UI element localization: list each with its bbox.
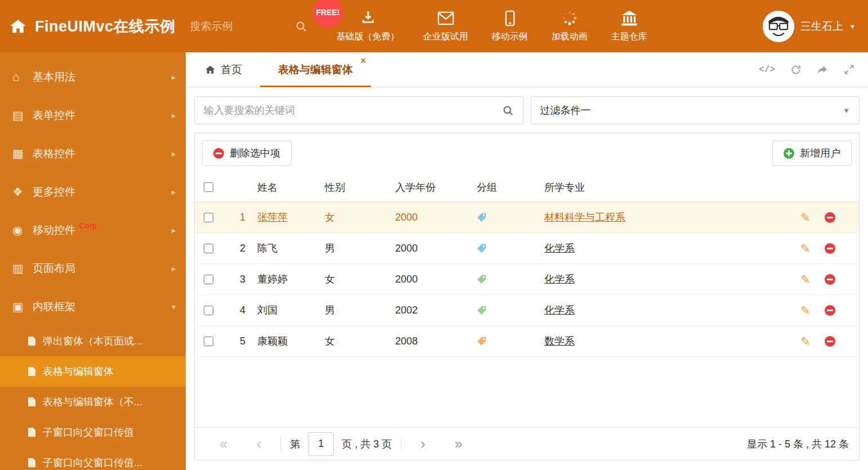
delete-icon[interactable] [825, 274, 835, 285]
chevron-right-icon: ▸ [172, 264, 176, 273]
column-header-major[interactable]: 所学专业 [533, 181, 797, 194]
tab-grid-edit-window[interactable]: 表格与编辑窗体 × [260, 52, 371, 87]
edit-icon[interactable]: ✎ [800, 305, 811, 316]
tab-home[interactable]: 首页 [195, 52, 252, 87]
table-row[interactable]: 5 康颖颖 女 2008 数学系 ✎ [195, 326, 859, 357]
header-search[interactable] [190, 20, 307, 33]
prev-page-button[interactable]: ‹ [257, 437, 261, 451]
name-link[interactable]: 康颖颖 [257, 335, 288, 347]
first-page-button[interactable]: « [220, 437, 227, 451]
major-link[interactable]: 化学系 [544, 305, 575, 316]
nav-basic-free[interactable]: FREE! 基础版（免费） [337, 10, 400, 43]
delete-icon[interactable] [825, 305, 835, 316]
major-link[interactable]: 化学系 [544, 243, 575, 254]
nav-theme-repo[interactable]: 主题仓库 [611, 10, 647, 43]
table-row[interactable]: 3 董婷婷 女 2000 化学系 ✎ [195, 264, 859, 295]
close-icon[interactable]: × [361, 56, 366, 65]
column-header-gender[interactable]: 性别 [313, 181, 383, 194]
row-checkbox[interactable] [204, 275, 213, 284]
chevron-down-icon: ▼ [849, 23, 856, 30]
nav-mobile-demo[interactable]: 移动示例 [492, 10, 528, 43]
row-checkbox[interactable] [204, 244, 213, 253]
sidebar-item-form-controls[interactable]: ▤ 表单控件 ▸ [0, 96, 186, 135]
sidebar-subitem-grid-edit-window-2[interactable]: 表格与编辑窗体（不... [0, 387, 186, 417]
iframe-icon: ▣ [12, 300, 33, 314]
name-link[interactable]: 刘国 [257, 305, 278, 316]
major-link[interactable]: 材料科学与工程系 [544, 212, 625, 223]
sidebar: ⌂ 基本用法 ▸ ▤ 表单控件 ▸ ▦ 表格控件 ▸ ❖ 更多控件 ▸ ◉ 移动 [0, 52, 186, 470]
last-page-button[interactable]: » [455, 437, 463, 451]
select-all-checkbox[interactable] [204, 182, 213, 192]
home-icon[interactable] [9, 18, 27, 35]
delete-icon[interactable] [825, 212, 835, 223]
header-search-input[interactable] [190, 20, 295, 33]
sidebar-subitem-grid-edit-window[interactable]: 表格与编辑窗体 [0, 356, 186, 387]
filter-dropdown[interactable]: 过滤条件一 ▼ [531, 96, 860, 124]
major-link[interactable]: 数学系 [544, 335, 575, 347]
sidebar-item-basic-usage[interactable]: ⌂ 基本用法 ▸ [0, 58, 186, 96]
gender-cell: 女 [313, 272, 383, 286]
nav-loading-animation[interactable]: 加载动画 [552, 10, 588, 43]
user-menu[interactable]: 三生石上 ▼ [763, 11, 856, 42]
add-user-button[interactable]: 新增用户 [772, 140, 852, 166]
sidebar-item-grid-controls[interactable]: ▦ 表格控件 ▸ [0, 135, 186, 173]
sidebar-item-inline-frame[interactable]: ▣ 内联框架 ▾ [0, 288, 186, 326]
chevron-right-icon: ▸ [172, 149, 176, 158]
delete-icon[interactable] [825, 336, 835, 347]
share-icon[interactable] [817, 64, 829, 75]
next-page-button[interactable]: › [420, 437, 425, 451]
app-window: FineUIMvc在线示例 FREE! 基础版（免费） 企业版试用 [0, 0, 868, 470]
major-link[interactable]: 化学系 [544, 274, 575, 285]
keyword-search-input[interactable] [204, 105, 502, 117]
nav-label: 主题仓库 [611, 31, 647, 43]
sidebar-item-page-layout[interactable]: ▥ 页面布局 ▸ [0, 249, 186, 288]
edit-icon[interactable]: ✎ [800, 243, 811, 254]
sidebar-item-more-controls[interactable]: ❖ 更多控件 ▸ [0, 173, 186, 211]
refresh-icon[interactable] [790, 64, 802, 75]
search-icon[interactable] [502, 105, 514, 117]
column-header-name[interactable]: 姓名 [245, 181, 313, 194]
sidebar-subitem-child-to-parent-2[interactable]: 子窗口向父窗口传值... [0, 447, 186, 470]
sidebar-item-mobile-controls[interactable]: ◉ 移动控件 Corp. ▸ [0, 211, 186, 249]
source-code-icon[interactable]: </> [759, 65, 775, 75]
row-checkbox[interactable] [204, 337, 213, 346]
row-number: 5 [224, 335, 245, 347]
edit-icon[interactable]: ✎ [800, 335, 811, 347]
sidebar-subitem-popup-window[interactable]: 弹出窗体（本页面或... [0, 326, 186, 356]
chevron-down-icon: ▾ [172, 302, 176, 311]
gender-cell: 男 [313, 303, 383, 317]
name-link[interactable]: 张萍萍 [257, 212, 288, 223]
table-row[interactable]: 2 陈飞 男 2000 化学系 ✎ [195, 233, 859, 264]
gender-cell: 女 [313, 334, 383, 348]
chevron-right-icon: ▸ [172, 226, 176, 235]
delete-selected-button[interactable]: 删除选中项 [202, 140, 292, 166]
page-number-input[interactable] [308, 432, 334, 456]
home-icon [205, 65, 216, 75]
divider [401, 437, 401, 451]
mobile-icon: ◉ [12, 223, 33, 237]
edit-icon[interactable]: ✎ [800, 274, 811, 285]
row-checkbox[interactable] [204, 213, 213, 222]
nav-label: 企业版试用 [423, 31, 468, 43]
keyword-search-box[interactable] [194, 96, 524, 124]
pagination-bar: « ‹ 第 页 , 共 3 页 › » 显示 1 - 5 条 , 共 12 条 [195, 427, 859, 460]
edit-icon[interactable]: ✎ [800, 212, 811, 223]
table-row[interactable]: 1 张萍萍 女 2000 材料科学与工程系 ✎ [195, 202, 859, 233]
year-cell: 2008 [383, 335, 465, 347]
column-header-year[interactable]: 入学年份 [383, 181, 465, 194]
year-cell: 2000 [383, 274, 465, 285]
search-icon[interactable] [295, 20, 307, 33]
sidebar-subitem-child-to-parent[interactable]: 子窗口向父窗口传值 [0, 417, 186, 447]
year-cell: 2000 [383, 212, 465, 223]
chevron-right-icon: ▸ [172, 73, 176, 82]
column-header-group[interactable]: 分组 [465, 181, 533, 194]
delete-icon[interactable] [825, 243, 835, 254]
nav-enterprise-trial[interactable]: 企业版试用 [423, 10, 468, 43]
name-link[interactable]: 陈飞 [257, 243, 278, 254]
expand-icon[interactable] [844, 64, 854, 75]
row-checkbox[interactable] [204, 306, 213, 315]
name-link[interactable]: 董婷婷 [257, 274, 288, 285]
table-row[interactable]: 4 刘国 男 2002 化学系 ✎ [195, 295, 859, 326]
spinner-icon [562, 10, 578, 26]
divider [280, 437, 281, 451]
